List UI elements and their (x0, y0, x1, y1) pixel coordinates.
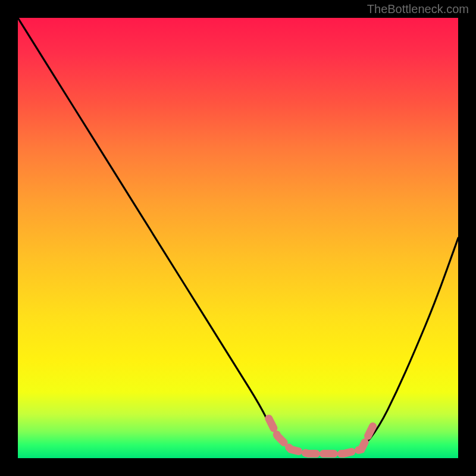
bottleneck-curve (18, 18, 458, 458)
optimal-dash-path (269, 418, 375, 453)
attribution-text: TheBottleneck.com (367, 2, 469, 16)
curve-path (18, 18, 458, 454)
plot-area (18, 18, 458, 458)
